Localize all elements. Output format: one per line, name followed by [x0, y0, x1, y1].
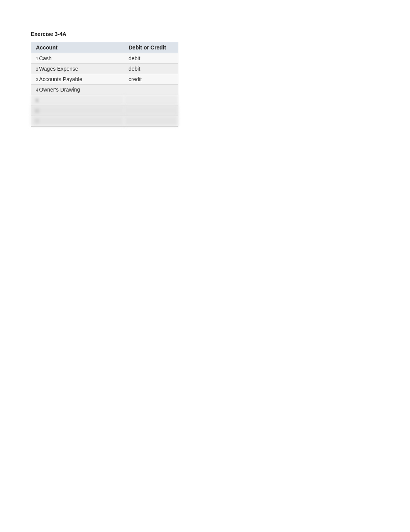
- account-cell: 2Wages Expense: [31, 64, 124, 74]
- table-row: 3Accounts Payablecredit: [31, 74, 178, 85]
- debit-credit-header: Debit or Credit: [124, 42, 178, 53]
- debit-credit-value: [124, 116, 178, 126]
- exercise-table: Account Debit or Credit 1Cashdebit2Wages…: [31, 42, 178, 126]
- table-row: 1Cashdebit: [31, 53, 178, 64]
- exercise-title: Exercise 3-4A: [31, 31, 379, 37]
- page-container: Exercise 3-4A Account Debit or Credit 1C…: [0, 0, 410, 159]
- account-cell: 5: [31, 95, 124, 105]
- row-number: 5: [36, 98, 38, 103]
- debit-credit-value: [124, 105, 178, 116]
- debit-credit-value: [124, 85, 178, 95]
- debit-credit-value: credit: [124, 74, 178, 85]
- debit-credit-value: debit: [124, 64, 178, 74]
- account-name: Cash: [39, 55, 52, 61]
- row-number: 2: [36, 67, 38, 71]
- row-number: 3: [36, 77, 38, 82]
- account-name: Owner's Drawing: [39, 87, 80, 93]
- account-name: Accounts Payable: [39, 76, 82, 82]
- table-row: 7: [31, 116, 178, 126]
- account-cell: 7: [31, 116, 124, 126]
- debit-credit-value: [124, 95, 178, 105]
- account-name: Wages Expense: [39, 66, 78, 72]
- table-row: 5: [31, 95, 178, 105]
- table-row: 6: [31, 105, 178, 116]
- table-row: 4Owner's Drawing: [31, 85, 178, 95]
- row-number: 7: [36, 119, 38, 124]
- row-number: 4: [36, 88, 38, 92]
- table-header-row: Account Debit or Credit: [31, 42, 178, 53]
- table-row: 2Wages Expensedebit: [31, 64, 178, 74]
- account-cell: 3Accounts Payable: [31, 74, 124, 85]
- exercise-table-wrapper: Account Debit or Credit 1Cashdebit2Wages…: [31, 42, 178, 127]
- row-number: 1: [36, 56, 38, 61]
- account-header: Account: [31, 42, 124, 53]
- account-cell: 1Cash: [31, 53, 124, 64]
- account-cell: 4Owner's Drawing: [31, 85, 124, 95]
- row-number: 6: [36, 109, 38, 113]
- debit-credit-value: debit: [124, 53, 178, 64]
- account-cell: 6: [31, 105, 124, 116]
